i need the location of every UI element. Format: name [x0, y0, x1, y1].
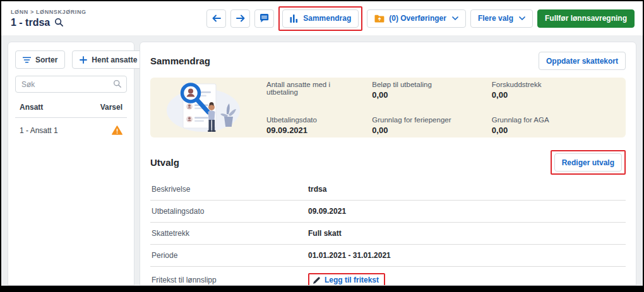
- topbar-actions: Sammendrag (0) Overføringer Flere valg: [206, 6, 635, 31]
- payroll-app: LØNN > LØNNSKJØRING 1 - trdsa: [1, 1, 643, 286]
- utvalg-field-rows: Beskrivelse trdsa Utbetalingsdato 09.09.…: [150, 178, 626, 286]
- hent-ansatte-label: Hent ansatte: [92, 55, 137, 64]
- chat-icon: [259, 13, 270, 23]
- overforinger-button[interactable]: (0) Overføringer: [367, 9, 466, 28]
- search-icon: [113, 79, 122, 88]
- sort-icon: [23, 57, 31, 63]
- hent-ansatte-button[interactable]: Hent ansatte: [72, 50, 145, 69]
- chevron-down-icon: [519, 16, 525, 20]
- folder-icon: [374, 15, 385, 23]
- search-input[interactable]: [15, 76, 127, 93]
- warning-icon: [112, 126, 122, 135]
- arrow-left-icon: [212, 14, 222, 23]
- sorter-label: Sorter: [35, 55, 57, 64]
- field-value: Full skatt: [308, 229, 342, 238]
- field-label: Periode: [152, 251, 308, 260]
- bar-chart-icon: [290, 15, 299, 23]
- oppdater-skattekort-button[interactable]: Oppdater skattekort: [539, 52, 626, 70]
- summary-field-belop: Beløp til utbetaling 0,00: [372, 81, 480, 107]
- column-varsel: Varsel: [100, 103, 122, 112]
- rediger-utvalg-button[interactable]: Rediger utvalg: [554, 153, 622, 172]
- topbar: LØNN > LØNNSKJØRING 1 - trdsa: [1, 1, 643, 35]
- breadcrumb: LØNN > LØNNSKJØRING: [11, 9, 86, 15]
- field-value: 09.09.2021: [266, 126, 361, 135]
- field-row-beskrivelse: Beskrivelse trdsa: [150, 178, 626, 201]
- field-row-periode: Periode 01.01.2021 - 31.01.2021: [150, 245, 626, 267]
- employee-name: 1 - Ansatt 1: [20, 126, 58, 135]
- main-panel: Sammendrag Oppdater skattekort: [140, 42, 636, 286]
- summary-field-utbetalingsdato: Utbetalingsdato 09.09.2021: [266, 116, 361, 135]
- summary-grid: Antall ansatte med i utbetaling Beløp ti…: [266, 81, 614, 135]
- field-label: Beskrivelse: [152, 185, 308, 194]
- sammendrag-label: Sammendrag: [303, 14, 351, 23]
- content-area: Sorter Hent ansatte: [1, 35, 643, 286]
- field-row-utbetalingsdato: Utbetalingsdato 09.09.2021: [150, 201, 626, 223]
- field-label: Forskuddstrekk: [492, 81, 595, 88]
- field-value: 0,00: [372, 126, 480, 135]
- sammendrag-button[interactable]: Sammendrag: [282, 9, 359, 28]
- summary-field-aga: Grunnlag for AGA 0,00: [492, 116, 595, 135]
- plus-icon: [80, 56, 87, 64]
- page-title: 1 - trdsa: [11, 17, 50, 28]
- legg-til-fritekst-label: Legg til fritekst: [325, 276, 379, 284]
- field-label: Fritekst til lønnslipp: [152, 276, 308, 284]
- screenshot-frame: LØNN > LØNNSKJØRING 1 - trdsa: [0, 0, 644, 292]
- field-value: 0,00: [492, 126, 595, 135]
- sorter-button[interactable]: Sorter: [15, 50, 65, 69]
- legg-til-fritekst-highlight: Legg til fritekst: [308, 273, 385, 286]
- summary-field-feriepenger: Grunnlag for feriepenger 0,00: [372, 116, 480, 135]
- field-value: 09.09.2021: [308, 207, 346, 216]
- arrow-right-icon: [236, 14, 246, 23]
- chevron-down-icon: [452, 16, 458, 20]
- employee-table-header: Ansatt Varsel: [15, 103, 127, 118]
- field-row-fritekst: Fritekst til lønnslipp Legg til fritekst: [150, 267, 626, 286]
- summary-field-antall: Antall ansatte med i utbetaling: [266, 81, 361, 107]
- field-label: Antall ansatte med i utbetaling: [266, 81, 361, 96]
- sammendrag-highlight: Sammendrag: [278, 6, 362, 31]
- field-label: Utbetalingsdato: [266, 116, 361, 124]
- utvalg-heading: Utvalg: [150, 157, 179, 168]
- back-button[interactable]: [206, 9, 226, 28]
- title-search-icon[interactable]: [54, 18, 64, 27]
- summary-field-forskuddstrekk: Forskuddstrekk 0,00: [492, 81, 595, 107]
- field-label: Grunnlag for feriepenger: [372, 116, 480, 124]
- employee-sidebar: Sorter Hent ansatte: [8, 42, 134, 286]
- pencil-icon: [313, 276, 321, 284]
- field-label: Skattetrekk: [152, 229, 308, 238]
- field-label: Beløp til utbetaling: [372, 81, 480, 88]
- overforinger-label: (0) Overføringer: [389, 14, 446, 23]
- column-ansatt: Ansatt: [20, 103, 43, 112]
- fullfor-lonnsavregning-button[interactable]: Fullfør lønnsavregning: [537, 9, 635, 28]
- field-value: 0,00: [492, 90, 595, 100]
- sammendrag-heading: Sammendrag: [150, 55, 210, 66]
- flere-valg-label: Flere valg: [478, 14, 513, 23]
- search-field-wrap: [15, 76, 127, 93]
- employees-illustration: [162, 81, 245, 134]
- summary-box: Antall ansatte med i utbetaling Beløp ti…: [150, 78, 626, 137]
- employee-row[interactable]: 1 - Ansatt 1: [15, 118, 127, 143]
- title-block: LØNN > LØNNSKJØRING 1 - trdsa: [11, 9, 86, 28]
- field-label: Grunnlag for AGA: [492, 116, 595, 124]
- field-value: trdsa: [308, 185, 326, 194]
- rediger-utvalg-highlight: Rediger utvalg: [551, 150, 626, 175]
- field-row-skattetrekk: Skattetrekk Full skatt: [150, 223, 626, 245]
- field-value: 01.01.2021 - 31.01.2021: [308, 251, 391, 260]
- flere-valg-button[interactable]: Flere valg: [470, 9, 533, 28]
- field-label: Utbetalingsdato: [152, 207, 308, 216]
- forward-button[interactable]: [230, 9, 250, 28]
- comments-button[interactable]: [254, 9, 274, 28]
- legg-til-fritekst-link[interactable]: Legg til fritekst: [313, 276, 379, 284]
- field-value: 0,00: [372, 90, 480, 100]
- field-value: [266, 98, 361, 107]
